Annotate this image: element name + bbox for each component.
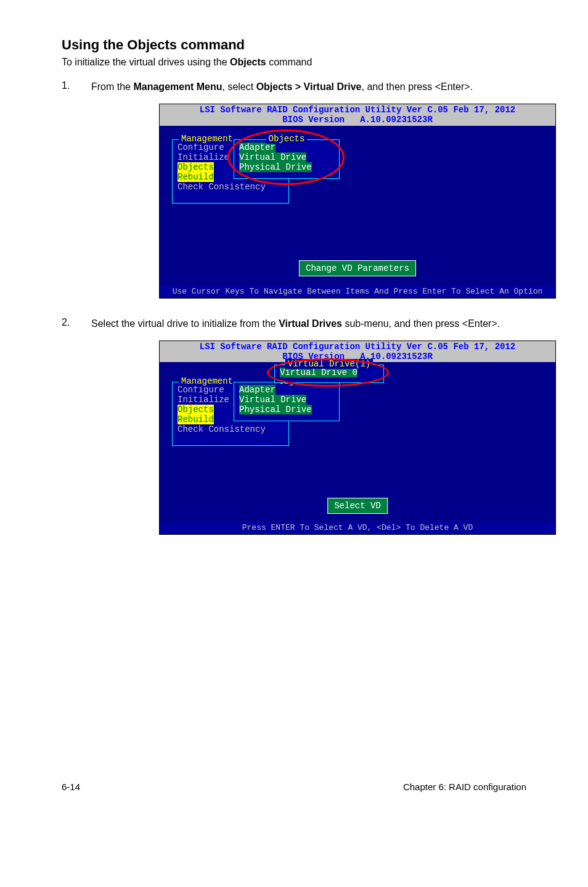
objects-menu-box: Objects Adapter Virtual Drive Physical D… (234, 139, 340, 179)
bios-body: Management Configure Initialize Objects … (160, 126, 555, 286)
step-1: 1. From the Management Menu, select Obje… (62, 80, 526, 94)
step-1-fragment: , select (222, 81, 256, 92)
bios-title-line1: LSI Software RAID Configuration Utility … (200, 342, 515, 352)
step-1-text: From the Management Menu, select Objects… (91, 80, 526, 94)
page-number: 6-14 (62, 782, 80, 792)
objects-item-virtual-drive[interactable]: Virtual Drive (239, 152, 334, 162)
mgmt-item-rebuild-label: Rebuild (178, 172, 214, 182)
objects-item-adapter-label: Adapter (239, 385, 276, 395)
bios-titlebar: LSI Software RAID Configuration Utility … (160, 104, 555, 125)
chapter-label: Chapter 6: RAID configuration (403, 782, 526, 792)
mgmt-item-check-consistency[interactable]: Check Consistency (178, 182, 284, 192)
management-menu-title: Management (179, 376, 235, 386)
section-heading: Using the Objects command (62, 37, 526, 53)
step-1-bold: Management Menu (133, 81, 222, 92)
objects-item-physical-drive-label: Physical Drive (239, 405, 312, 415)
select-vd-box: Select VD (327, 498, 388, 514)
change-vd-parameters-box: Change VD Parameters (299, 260, 416, 276)
objects-item-physical-drive-label: Physical Drive (239, 162, 312, 172)
objects-item-physical-drive[interactable]: Physical Drive (239, 162, 334, 172)
mgmt-item-rebuild-label: Rebuild (178, 415, 214, 424)
intro-text-after: command (266, 57, 312, 67)
mgmt-item-check-consistency[interactable]: Check Consistency (178, 424, 284, 434)
step-2-bold: Virtual Drives (279, 318, 342, 329)
bios-window-2: LSI Software RAID Configuration Utility … (159, 340, 556, 535)
objects-item-virtual-drive-label: Virtual Drive (239, 152, 306, 162)
objects-item-adapter[interactable]: Adapter (239, 385, 334, 395)
bios-title-line1: LSI Software RAID Configuration Utility … (200, 105, 515, 115)
page-footer: 6-14 Chapter 6: RAID configuration (62, 782, 526, 792)
objects-menu-title: Objects (266, 134, 308, 144)
management-menu-title: Management (179, 134, 235, 144)
intro-text-before: To initialize the virtual drives using t… (62, 57, 230, 67)
bios-footer-text: Press ENTER To Select A VD, <Del> To Del… (160, 522, 555, 534)
objects-item-virtual-drive-label: Virtual Drive (239, 395, 306, 405)
intro-bold: Objects (230, 57, 266, 67)
step-1-number: 1. (62, 80, 91, 94)
step-2-number: 2. (62, 317, 91, 331)
objects-menu-box: Obj Adapter Virtual Drive Physical Drive (234, 382, 340, 421)
bios-title-line2: BIOS Version A.10.09231523R (282, 115, 433, 125)
step-2: 2. Select the virtual drive to initializ… (62, 317, 526, 331)
objects-item-adapter[interactable]: Adapter (239, 142, 334, 152)
virtual-drive-item-0[interactable]: Virtual Drive 0 (280, 368, 378, 377)
objects-item-adapter-label: Adapter (239, 142, 276, 152)
intro-paragraph: To initialize the virtual drives using t… (62, 57, 526, 68)
virtual-drive-item-0-label: Virtual Drive 0 (280, 368, 357, 377)
mgmt-item-objects-label: Objects (178, 162, 214, 172)
step-2-fragment: sub-menu, and then press <Enter>. (342, 318, 500, 329)
bios-window-1: LSI Software RAID Configuration Utility … (159, 104, 556, 298)
virtual-drive-menu-box: Virtual Drive(1) Virtual Drive 0 (274, 365, 384, 383)
objects-item-physical-drive[interactable]: Physical Drive (239, 405, 334, 415)
mgmt-item-objects-label: Objects (178, 405, 214, 415)
bios-body: Management Configure Initialize Objects … (160, 362, 555, 522)
step-2-text: Select the virtual drive to initialize f… (91, 317, 526, 331)
step-1-fragment: , and then press <Enter>. (362, 81, 473, 92)
bios-footer-text: Use Cursor Keys To Navigate Between Item… (160, 286, 555, 298)
objects-item-virtual-drive[interactable]: Virtual Drive (239, 395, 334, 405)
step-2-fragment: Select the virtual drive to initialize f… (91, 318, 279, 329)
step-1-bold: Objects > Virtual Drive (256, 81, 362, 92)
virtual-drive-menu-title: Virtual Drive(1) (285, 359, 373, 369)
step-1-fragment: From the (91, 81, 133, 92)
